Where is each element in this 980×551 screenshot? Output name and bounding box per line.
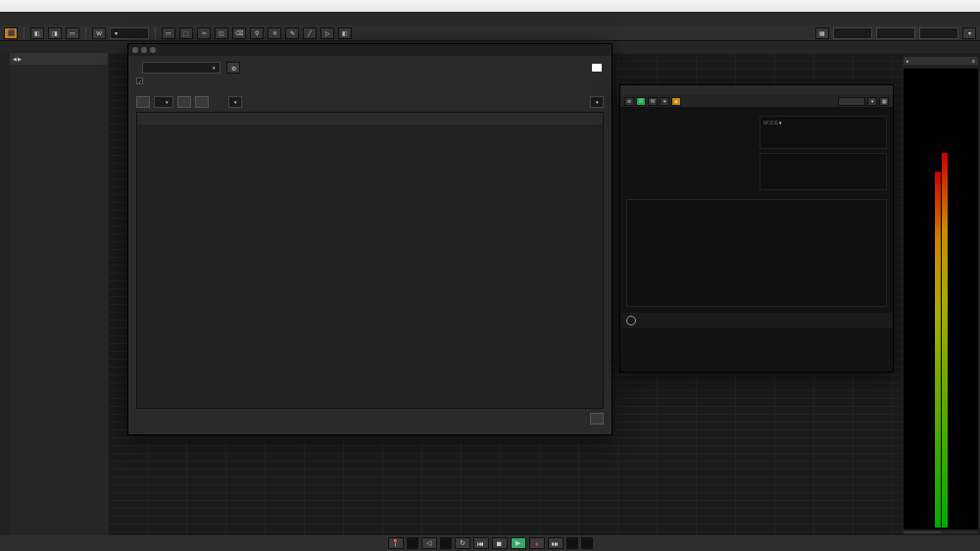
tool-pointer-icon[interactable]: ▭ [162,27,175,39]
grid-ms[interactable] [876,27,915,39]
master-meter [904,69,978,529]
remove-button[interactable] [195,96,209,108]
export-adm-button[interactable] [590,413,604,425]
automation-mode[interactable]: ▾ [110,27,149,39]
tool-play-icon[interactable]: ▷ [320,27,334,39]
adm-dialog: ⚙ ✓ [127,43,612,435]
renderer-window: ⊘ R W ▾ ◆ ▾ ▦ MODE ▾ [619,84,894,373]
app-menubar [0,12,980,25]
snap-type[interactable] [833,27,872,39]
tempo[interactable] [581,537,593,549]
activate-button[interactable]: ⬛ [4,27,18,39]
objects-table[interactable] [136,112,604,409]
renderer-toolbar: ⊘ R W ▾ ◆ ▾ ▦ [620,95,893,107]
autoconnect-checkbox[interactable]: ✓ [136,77,604,84]
tool-draw-icon[interactable]: ✎ [285,27,299,39]
rewind-btn[interactable]: ⏮ [473,537,489,549]
tool-erase-icon[interactable]: ⌫ [232,27,246,39]
object-view[interactable] [626,199,887,307]
record-btn[interactable]: ● [529,537,545,549]
play-btn[interactable]: ▶ [511,537,526,549]
steinberg-logo [626,316,639,326]
tab-loudness[interactable] [941,531,978,533]
time-right[interactable] [440,537,452,549]
renderer-title [620,85,893,95]
marker-btn[interactable]: 📍 [388,537,404,549]
tool-range-icon[interactable]: ⬚ [179,27,193,39]
bypass-icon[interactable]: ⊘ [624,97,634,106]
tool-scissors-icon[interactable]: ✂ [197,27,211,39]
quantize[interactable] [919,27,958,39]
time-position[interactable] [566,537,578,549]
snap-icon[interactable]: ▦ [815,27,829,39]
ffwd-btn[interactable]: ⏭ [548,537,564,549]
tool-glue-icon[interactable]: ◫ [215,27,228,39]
edit-icon[interactable]: ▾ [660,97,669,106]
output-level-bars [760,153,887,190]
dolby-logo [592,64,604,72]
pic-icon[interactable]: ▦ [879,97,889,106]
tool-line-icon[interactable]: ╱ [303,27,317,39]
tool-btn[interactable]: ▭ [66,27,79,39]
mac-menubar [0,0,980,12]
add-count[interactable] [154,96,173,108]
tool-btn[interactable]: ◨ [48,27,62,39]
channel-icon[interactable]: W [92,27,106,39]
preset-icon[interactable]: ▾ [867,97,877,106]
cycle-btn[interactable]: ↻ [455,537,470,549]
renderer-select[interactable] [142,62,220,74]
main-toolbar: ⬛ ◧ ◨ ▭ W ▾ ▭ ⬚ ✂ ◫ ⌫ ⚲ ✕ ✎ ╱ ▷ ◧ ▦ ▾ [0,25,980,41]
stop-btn[interactable]: ⏹ [492,537,508,549]
read-icon[interactable]: R [636,97,646,106]
functions-menu[interactable] [228,96,242,108]
track-color-column [0,53,10,535]
transport-bar: 📍 ◁ ↻ ⏮ ⏹ ▶ ● ⏭ [0,535,980,551]
tab-master[interactable] [904,531,941,533]
renderer-settings-icon[interactable]: ⚙ [226,62,240,74]
write-icon[interactable]: W [648,97,658,106]
right-panel: ▸ ≡ [902,53,980,535]
sidechain-icon[interactable]: ◆ [671,97,681,106]
format-badge [838,97,865,106]
add-objects-button[interactable] [136,96,150,108]
locator-btn[interactable]: ◁ [421,537,437,549]
tool-mute-icon[interactable]: ✕ [268,27,281,39]
track-list[interactable]: ◀ ▶ [10,53,108,535]
add-bed-button[interactable] [177,96,191,108]
tool-zoom-icon[interactable]: ⚲ [250,27,264,39]
tool-btn[interactable]: ▾ [962,27,976,39]
tool-color-icon[interactable]: ◧ [338,27,352,39]
tool-btn[interactable]: ◧ [30,27,44,39]
settings-menu[interactable] [590,96,604,108]
time-left[interactable] [407,537,418,549]
trim-panel[interactable]: MODE ▾ [760,116,887,149]
